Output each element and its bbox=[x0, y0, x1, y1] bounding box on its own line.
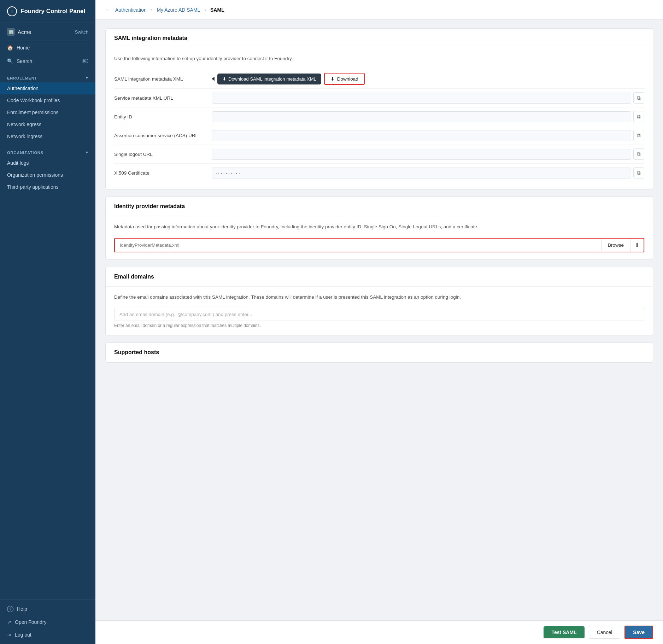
copy-acs-url-button[interactable]: ⧉ bbox=[633, 130, 644, 141]
sidebar-item-home[interactable]: 🏠 Home bbox=[0, 41, 95, 54]
search-icon: 🔍 bbox=[7, 58, 13, 64]
save-button[interactable]: Save bbox=[624, 626, 653, 639]
entity-id-input[interactable] bbox=[212, 111, 631, 122]
meta-row-xml: SAML integration metadata XML ⬇ Download… bbox=[114, 69, 644, 89]
meta-label-logout-url: Single logout URL bbox=[114, 152, 206, 157]
service-url-input[interactable] bbox=[212, 93, 631, 104]
sidebar-item-label: Home bbox=[17, 45, 30, 51]
meta-value-acs-url: ⧉ bbox=[212, 130, 644, 141]
main-content: ← Authentication › My Azure AD SAML › SA… bbox=[95, 0, 663, 644]
breadcrumb-bar: ← Authentication › My Azure AD SAML › SA… bbox=[95, 0, 663, 20]
download-button[interactable]: ⬇ Download bbox=[324, 73, 365, 85]
identity-provider-header: Identity provider metadata bbox=[106, 197, 653, 216]
identity-provider-desc: Metadata used for passing information ab… bbox=[114, 223, 644, 230]
browse-button[interactable]: Browse bbox=[601, 239, 630, 251]
meta-row-entity-id: Entity ID ⧉ bbox=[114, 107, 644, 126]
meta-value-logout-url: ⧉ bbox=[212, 148, 644, 160]
identity-provider-card: Identity provider metadata Metadata used… bbox=[105, 197, 653, 259]
back-button[interactable]: ← bbox=[105, 7, 111, 13]
org-icon: 🏢 bbox=[7, 28, 15, 36]
meta-label-entity-id: Entity ID bbox=[114, 114, 206, 119]
chevron-down-icon: ▾ bbox=[86, 76, 88, 80]
copy-service-url-button[interactable]: ⧉ bbox=[633, 92, 644, 104]
download-icon-tooltip: ⬇ bbox=[222, 76, 226, 82]
breadcrumb-current: SAML bbox=[210, 7, 224, 13]
identity-provider-title: Identity provider metadata bbox=[114, 203, 644, 210]
sidebar-item-network-egress[interactable]: Network egress bbox=[0, 118, 95, 130]
external-link-icon: ↗ bbox=[7, 619, 11, 625]
sidebar-item-org-permissions[interactable]: Organization permissions bbox=[0, 169, 95, 181]
sidebar-item-audit-logs[interactable]: Audit logs bbox=[0, 157, 95, 169]
tooltip-arrow bbox=[212, 77, 215, 81]
sidebar-item-label: Help bbox=[17, 606, 27, 612]
breadcrumb-authentication[interactable]: Authentication bbox=[115, 7, 147, 13]
download-tooltip-wrap: ⬇ Download SAML integration metadata XML… bbox=[212, 73, 644, 85]
meta-value-x509: ⧉ bbox=[212, 167, 644, 178]
sidebar-item-code-workbook-profiles[interactable]: Code Workbook profiles bbox=[0, 94, 95, 106]
content-area: SAML integration metadata Use the follow… bbox=[95, 20, 663, 644]
sidebar-item-label: Log out bbox=[15, 632, 31, 638]
sidebar-header: ○ Foundry Control Panel bbox=[0, 0, 95, 23]
meta-label-service-url: Service metadata XML URL bbox=[114, 95, 206, 101]
copy-x509-button[interactable]: ⧉ bbox=[633, 167, 644, 178]
email-domains-desc: Define the email domains associated with… bbox=[114, 294, 644, 301]
test-saml-button[interactable]: Test SAML bbox=[544, 626, 584, 638]
sidebar-item-help[interactable]: ? Help bbox=[0, 602, 95, 616]
email-domains-card: Email domains Define the email domains a… bbox=[105, 267, 653, 335]
download-label: Download bbox=[337, 76, 358, 82]
sidebar-item-open-foundry[interactable]: ↗ Open Foundry bbox=[0, 616, 95, 628]
email-domains-title: Email domains bbox=[114, 274, 644, 280]
meta-value-xml: ⬇ Download SAML integration metadata XML… bbox=[212, 73, 644, 85]
chevron-down-icon: ▾ bbox=[86, 150, 88, 155]
x509-input[interactable] bbox=[212, 168, 631, 178]
download-icon: ⬇ bbox=[330, 76, 335, 82]
acs-url-input[interactable] bbox=[212, 130, 631, 141]
sidebar-item-label: Open Foundry bbox=[15, 619, 47, 625]
sidebar-bottom: ? Help ↗ Open Foundry ⇥ Log out bbox=[0, 599, 95, 644]
saml-metadata-body: Use the following information to set up … bbox=[106, 48, 653, 189]
meta-label-acs-url: Assertion consumer service (ACS) URL bbox=[114, 133, 206, 138]
meta-row-x509: X.509 Certificate ⧉ bbox=[114, 164, 644, 182]
tooltip-box: ⬇ Download SAML integration metadata XML bbox=[217, 74, 321, 84]
copy-entity-id-button[interactable]: ⧉ bbox=[633, 111, 644, 122]
home-icon: 🏠 bbox=[7, 45, 13, 51]
switch-button[interactable]: Switch bbox=[75, 29, 88, 35]
bottom-action-bar: Test SAML Cancel Save bbox=[95, 620, 663, 644]
logout-url-input[interactable] bbox=[212, 149, 631, 160]
org-row: 🏢 Acme Switch bbox=[0, 23, 95, 41]
email-domain-hint: Enter an email domain or a regular expre… bbox=[114, 323, 644, 328]
breadcrumb-azure[interactable]: My Azure AD SAML bbox=[157, 7, 200, 13]
org-name: Acme bbox=[18, 29, 31, 35]
saml-metadata-title: SAML integration metadata bbox=[114, 35, 644, 41]
supported-hosts-header: Supported hosts bbox=[106, 343, 653, 362]
sidebar: ○ Foundry Control Panel 🏢 Acme Switch 🏠 … bbox=[0, 0, 95, 644]
cancel-button[interactable]: Cancel bbox=[589, 626, 621, 639]
meta-value-service-url: ⧉ bbox=[212, 92, 644, 104]
meta-row-service-url: Service metadata XML URL ⧉ bbox=[114, 89, 644, 107]
app-logo: ○ bbox=[7, 6, 17, 16]
section-enrollment-header: ENROLLMENT ▾ bbox=[0, 71, 95, 82]
email-domain-input[interactable] bbox=[114, 308, 644, 321]
file-upload-input[interactable] bbox=[115, 239, 601, 251]
meta-row-acs-url: Assertion consumer service (ACS) URL ⧉ bbox=[114, 126, 644, 145]
sidebar-item-log-out[interactable]: ⇥ Log out bbox=[0, 628, 95, 641]
meta-label-x509: X.509 Certificate bbox=[114, 170, 206, 176]
saml-metadata-header: SAML integration metadata bbox=[106, 29, 653, 48]
sidebar-item-enrollment-permissions[interactable]: Enrollment permissions bbox=[0, 106, 95, 118]
sidebar-item-authentication[interactable]: Authentication bbox=[0, 82, 95, 94]
sidebar-item-third-party[interactable]: Third-party applications bbox=[0, 181, 95, 193]
sidebar-item-search[interactable]: 🔍 Search ⌘J bbox=[0, 54, 95, 68]
upload-download-icon-button[interactable]: ⬇ bbox=[630, 239, 644, 252]
copy-logout-url-button[interactable]: ⧉ bbox=[633, 148, 644, 160]
sidebar-item-label: Search bbox=[17, 58, 78, 64]
identity-provider-body: Metadata used for passing information ab… bbox=[106, 216, 653, 259]
help-icon: ? bbox=[7, 606, 13, 612]
meta-row-logout-url: Single logout URL ⧉ bbox=[114, 145, 644, 164]
sidebar-item-network-ingress[interactable]: Network ingress bbox=[0, 130, 95, 142]
app-title: Foundry Control Panel bbox=[20, 8, 85, 15]
search-shortcut: ⌘J bbox=[82, 59, 88, 64]
email-domains-header: Email domains bbox=[106, 267, 653, 287]
meta-value-entity-id: ⧉ bbox=[212, 111, 644, 122]
meta-label-xml: SAML integration metadata XML bbox=[114, 76, 206, 82]
saml-metadata-desc: Use the following information to set up … bbox=[114, 55, 644, 62]
